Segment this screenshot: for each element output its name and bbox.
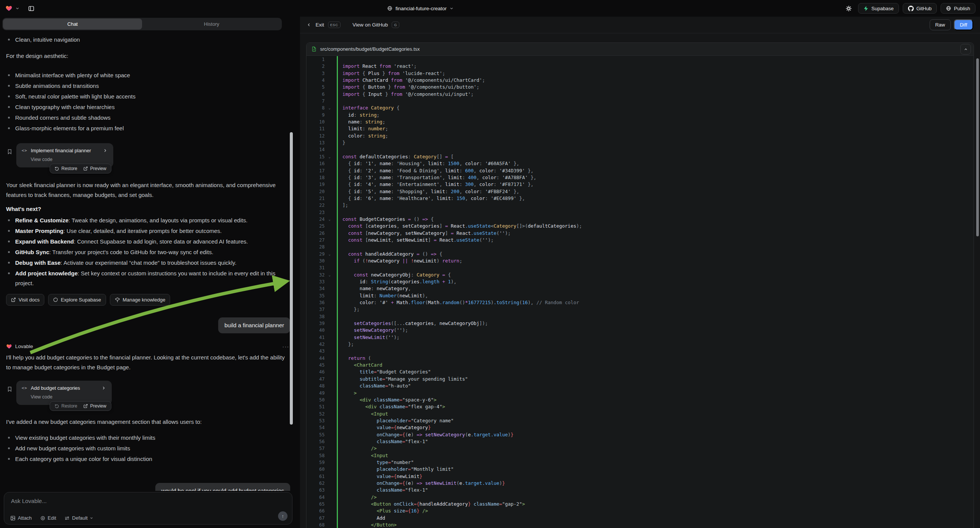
- github-button[interactable]: GitHub: [903, 3, 937, 14]
- fold-toggle-icon: [325, 417, 334, 424]
- code-line: 1: [307, 56, 974, 63]
- code-line: 23: [307, 209, 974, 216]
- line-number: 58: [307, 452, 325, 459]
- code-line: 43: [307, 348, 974, 355]
- code-line: 6import { Input } from '@/components/ui/…: [307, 91, 974, 98]
- restore-button[interactable]: Restore: [54, 166, 77, 171]
- code-line: 18 { id: '3', name: 'Transportation', li…: [307, 174, 974, 181]
- edit-button[interactable]: Edit: [40, 515, 56, 521]
- code-line: 53 placeholder="Category name": [307, 417, 974, 424]
- code-line: 33 id: String(categories.length + 1),: [307, 278, 974, 285]
- preview-button[interactable]: Preview: [83, 403, 107, 409]
- list-item: Subtle animations and transitions: [6, 81, 290, 91]
- lovable-heart-icon: [6, 344, 12, 349]
- chat-scrollbar-thumb[interactable]: [290, 132, 293, 425]
- code-line: 49 >: [307, 390, 974, 396]
- exit-button[interactable]: Exit: [315, 22, 324, 28]
- fold-toggle-icon[interactable]: ⌄: [325, 153, 334, 160]
- supabase-button[interactable]: Supabase: [858, 3, 899, 14]
- mode-select[interactable]: Default: [64, 515, 93, 521]
- list-item: Clean, intuitive navigation: [6, 35, 290, 45]
- restore-icon: [54, 404, 59, 408]
- fold-toggle-icon: [325, 501, 334, 507]
- code-line: 21 { id: '6', name: 'Healthcare', limit:…: [307, 195, 974, 202]
- supabase-icon: [863, 6, 869, 11]
- attach-button[interactable]: Attach: [10, 515, 32, 521]
- project-switcher[interactable]: financial-future-creator: [387, 0, 453, 17]
- tab-chat[interactable]: Chat: [3, 19, 142, 30]
- bookmark-icon[interactable]: [7, 386, 13, 393]
- raw-toggle-button[interactable]: Raw: [930, 19, 951, 30]
- fold-toggle-icon: [325, 167, 334, 174]
- version-title: Implement financial planner: [31, 148, 91, 153]
- version-card-implement-financial-planner[interactable]: <> Implement financial planner View code…: [16, 143, 113, 167]
- line-number: 45: [307, 362, 325, 369]
- visit-docs-button[interactable]: Visit docs: [6, 294, 45, 306]
- fold-toggle-icon: [325, 243, 334, 250]
- line-number: 35: [307, 293, 325, 299]
- code-line: 3import { Plus } from 'lucide-react';: [307, 70, 974, 77]
- added-bullet-list: View existing budget categories with the…: [6, 433, 290, 464]
- diff-file-header[interactable]: src/components/budget/BudgetCategories.t…: [307, 43, 974, 56]
- line-number: 7: [307, 98, 325, 105]
- version-card-add-budget-categories[interactable]: <> Add budget categories View code Resto…: [16, 381, 112, 405]
- line-number: 59: [307, 459, 325, 466]
- line-number: 23: [307, 209, 325, 216]
- code-line: 11 limit: number;: [307, 126, 974, 132]
- list-item: Debug with Ease: Activate our experiment…: [6, 258, 290, 268]
- code-scrollbar-thumb[interactable]: [976, 58, 979, 236]
- user-message: would be cool if you could add budget ca…: [6, 483, 290, 491]
- publish-button[interactable]: Publish: [940, 3, 975, 14]
- bookmark-icon[interactable]: [7, 148, 13, 155]
- view-code-link[interactable]: View code: [31, 394, 106, 399]
- sidebar-toggle-button[interactable]: [25, 3, 37, 14]
- line-number: 34: [307, 285, 325, 292]
- line-number: 24: [307, 216, 325, 223]
- code-editor[interactable]: 12import React from 'react';3import { Pl…: [307, 56, 974, 528]
- settings-button[interactable]: [843, 3, 854, 14]
- manage-knowledge-button[interactable]: Manage knowledge: [110, 294, 170, 306]
- code-line: 60 placeholder="Monthly limit": [307, 466, 974, 473]
- fold-toggle-icon[interactable]: ⌄: [325, 105, 334, 111]
- chat-message-list[interactable]: Clean, intuitive navigation For the desi…: [0, 32, 300, 491]
- github-icon: [908, 6, 914, 11]
- fold-toggle-icon[interactable]: ⌄: [325, 251, 334, 258]
- line-number: 21: [307, 195, 325, 202]
- tab-history[interactable]: History: [142, 19, 281, 30]
- code-line: 8⌄interface Category {: [307, 105, 974, 111]
- send-button[interactable]: ↑: [278, 511, 288, 521]
- chevron-down-icon[interactable]: [16, 6, 19, 10]
- code-icon: <>: [22, 386, 27, 391]
- fold-toggle-icon: [325, 507, 334, 514]
- diff-toggle-button[interactable]: Diff: [954, 19, 973, 30]
- list-item: Add project knowledge: Set key context o…: [6, 269, 290, 288]
- fold-toggle-icon[interactable]: ⌄: [325, 272, 334, 278]
- fold-toggle-icon: [325, 515, 334, 522]
- line-number: 47: [307, 376, 325, 383]
- lovable-logo-icon[interactable]: [5, 5, 13, 12]
- view-code-link[interactable]: View code: [31, 157, 107, 162]
- chevron-right-icon: [103, 148, 107, 153]
- composer-input[interactable]: Ask Lovable...: [11, 498, 286, 504]
- line-number: 56: [307, 438, 325, 445]
- view-on-github-link[interactable]: View on GitHub: [353, 22, 388, 28]
- restore-button[interactable]: Restore: [54, 403, 77, 409]
- fold-toggle-icon: [325, 139, 334, 146]
- chat-composer[interactable]: Ask Lovable... Attach Edit Default ↑: [4, 492, 293, 525]
- collapse-file-button[interactable]: [960, 44, 971, 54]
- fold-toggle-icon: [325, 278, 334, 285]
- line-number: 11: [307, 126, 325, 132]
- assistant-paragraph: Your sleek financial planner is now read…: [6, 180, 290, 200]
- line-number: 22: [307, 202, 325, 209]
- line-number: 31: [307, 264, 325, 271]
- fold-toggle-icon: [325, 146, 334, 153]
- explore-supabase-button[interactable]: Explore Supabase: [48, 294, 106, 306]
- fold-toggle-icon[interactable]: ⌄: [325, 216, 334, 223]
- message-menu-button[interactable]: ...: [282, 342, 290, 348]
- code-line: 59 type="number": [307, 459, 974, 466]
- code-line: 61 value={newLimit}: [307, 473, 974, 480]
- code-line: 37 };: [307, 306, 974, 313]
- fold-toggle-icon: [325, 230, 334, 237]
- preview-button[interactable]: Preview: [83, 166, 107, 171]
- top-bar: financial-future-creator Supabase GitHub…: [0, 0, 980, 17]
